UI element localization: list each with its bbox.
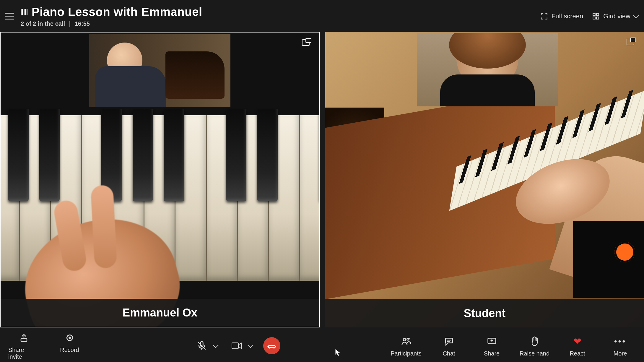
call-duration: 16:55 bbox=[75, 20, 90, 27]
svg-point-12 bbox=[403, 338, 406, 341]
video-tile-emmanuel[interactable]: Emmanuel Ox bbox=[0, 32, 320, 327]
chat-icon bbox=[444, 337, 454, 346]
call-toolbar: Share invite Record bbox=[0, 329, 644, 362]
more-button[interactable]: ••• More bbox=[605, 335, 636, 357]
participant-name: Emmanuel Ox bbox=[1, 299, 319, 327]
react-button[interactable]: ❤ React bbox=[562, 335, 593, 357]
svg-rect-1 bbox=[596, 13, 599, 16]
record-icon bbox=[66, 335, 73, 341]
video-grid: Emmanuel Ox Student bbox=[0, 32, 644, 327]
svg-rect-8 bbox=[21, 339, 27, 342]
svg-rect-3 bbox=[596, 17, 599, 19]
popout-button[interactable] bbox=[626, 37, 636, 47]
camera-options-button[interactable] bbox=[248, 342, 253, 348]
chat-button[interactable]: Chat bbox=[433, 335, 464, 357]
title-block: Piano Lesson with Emmanuel 2 of 2 in the… bbox=[21, 5, 540, 27]
call-header: Piano Lesson with Emmanuel 2 of 2 in the… bbox=[0, 0, 644, 32]
microphone-muted-icon bbox=[197, 341, 207, 351]
fullscreen-icon bbox=[540, 12, 548, 20]
fullscreen-label: Full screen bbox=[552, 12, 583, 20]
fullscreen-button[interactable]: Full screen bbox=[540, 12, 583, 20]
svg-rect-11 bbox=[232, 343, 238, 349]
participants-label: Participants bbox=[391, 350, 422, 357]
hangup-icon bbox=[267, 341, 277, 351]
svg-rect-5 bbox=[306, 38, 311, 43]
raise-hand-button[interactable]: Raise hand bbox=[519, 335, 550, 357]
call-subtitle: 2 of 2 in the call | 16:55 bbox=[21, 20, 540, 27]
popout-icon bbox=[626, 37, 636, 46]
participant-name: Student bbox=[325, 299, 644, 327]
svg-rect-7 bbox=[630, 38, 636, 42]
record-button[interactable]: Record bbox=[54, 331, 85, 353]
popout-button[interactable] bbox=[302, 38, 312, 48]
react-label: React bbox=[570, 350, 585, 357]
share-invite-button[interactable]: Share invite bbox=[8, 331, 39, 360]
hangup-button[interactable] bbox=[263, 337, 280, 354]
pip-secondary-camera[interactable] bbox=[417, 33, 558, 106]
piano-icon bbox=[21, 9, 27, 15]
more-label: More bbox=[614, 350, 627, 357]
view-label: Gird view bbox=[603, 12, 630, 20]
camera-icon bbox=[231, 342, 242, 350]
mic-options-button[interactable] bbox=[213, 342, 219, 348]
menu-button[interactable] bbox=[4, 10, 15, 22]
svg-rect-2 bbox=[593, 17, 596, 19]
participant-count: 2 of 2 in the call bbox=[21, 20, 65, 27]
more-icon: ••• bbox=[614, 337, 626, 346]
grid-icon bbox=[592, 12, 600, 20]
pip-secondary-camera[interactable] bbox=[89, 34, 230, 107]
raise-hand-label: Raise hand bbox=[520, 350, 549, 357]
participants-button[interactable]: Participants bbox=[391, 335, 422, 357]
chevron-down-icon bbox=[633, 13, 639, 19]
record-label: Record bbox=[60, 347, 79, 353]
video-tile-student[interactable]: Student bbox=[325, 32, 644, 327]
mute-button[interactable] bbox=[195, 339, 208, 352]
share-invite-label: Share invite bbox=[8, 347, 39, 360]
call-title: Piano Lesson with Emmanuel bbox=[32, 5, 202, 19]
share-label: Share bbox=[484, 350, 500, 357]
popout-icon bbox=[302, 38, 312, 47]
participants-icon bbox=[401, 337, 411, 346]
svg-rect-0 bbox=[593, 13, 596, 16]
camera-button[interactable] bbox=[230, 339, 243, 352]
view-switch-button[interactable]: Gird view bbox=[592, 12, 638, 20]
share-screen-icon bbox=[487, 337, 497, 346]
share-invite-icon bbox=[19, 333, 28, 342]
raise-hand-icon bbox=[531, 336, 539, 346]
chat-label: Chat bbox=[443, 350, 455, 357]
heart-icon: ❤ bbox=[573, 336, 581, 347]
share-screen-button[interactable]: Share bbox=[476, 335, 507, 357]
separator: | bbox=[69, 20, 71, 27]
